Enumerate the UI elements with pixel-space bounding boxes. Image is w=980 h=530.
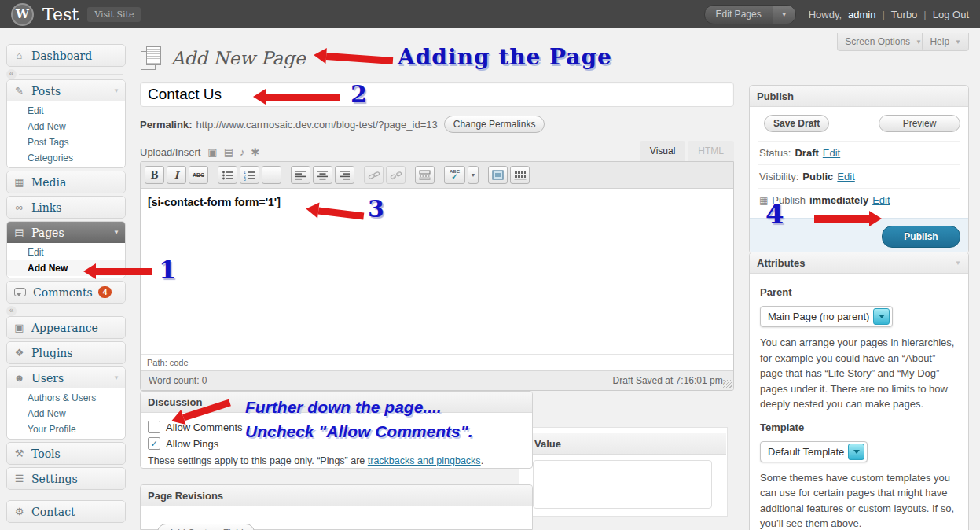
attributes-title: Attributes — [757, 257, 805, 269]
chevron-down-icon[interactable]: ▼ — [113, 87, 119, 94]
chevron-down-icon: ▼ — [955, 39, 961, 46]
edit-schedule-link[interactable]: Edit — [872, 194, 890, 206]
turbo-link[interactable]: Turbo — [891, 9, 917, 20]
select-dropdown-icon[interactable] — [848, 444, 864, 460]
page-revisions-title: Page Revisions — [148, 490, 223, 502]
template-label: Template — [760, 421, 958, 433]
bold-button[interactable]: B — [145, 166, 164, 184]
site-name[interactable]: Test — [42, 5, 79, 24]
sidebar-subitem-categories[interactable]: Categories — [7, 150, 125, 166]
strikethrough-button[interactable]: ABC — [189, 166, 208, 184]
chevron-down-icon[interactable]: ▼ — [113, 374, 119, 381]
attributes-header[interactable]: Attributes ▼ — [750, 252, 968, 274]
select-dropdown-icon[interactable] — [873, 308, 890, 325]
media-buttons: ▣ ▤ ♪ ✱ — [207, 146, 259, 161]
sidebar-subitem-pages-edit[interactable]: Edit — [7, 245, 125, 260]
add-custom-field-button[interactable]: Add Custom Field — [157, 524, 255, 530]
unlink-button[interactable] — [386, 166, 406, 184]
add-media-icon[interactable]: ✱ — [251, 146, 259, 158]
blockquote-button[interactable] — [262, 166, 281, 184]
chevron-down-icon[interactable]: ▼ — [955, 259, 961, 267]
gear-icon: ⚙ — [13, 506, 26, 517]
admin-menu-sidebar: ⌂ Dashboard « ✎ Posts ▼ Edit Add New Pos… — [6, 44, 126, 525]
page-title-input[interactable] — [140, 82, 734, 107]
custom-field-value-textarea[interactable] — [533, 460, 712, 509]
italic-button[interactable]: I — [167, 166, 186, 184]
kitchen-sink-button[interactable] — [510, 166, 530, 184]
page-title: Add New Page — [171, 48, 306, 68]
schedule-row: ▦ Publish immediately Edit — [758, 188, 960, 212]
add-image-icon[interactable]: ▣ — [207, 146, 217, 158]
align-right-button[interactable] — [335, 166, 354, 184]
fullscreen-button[interactable] — [488, 166, 508, 184]
sidebar-item-users[interactable]: ☻ Users ▼ — [7, 367, 125, 388]
allow-comments-checkbox[interactable] — [148, 421, 160, 433]
add-video-icon[interactable]: ▤ — [224, 146, 233, 158]
permalink-label: Permalink: — [140, 119, 192, 131]
add-audio-icon[interactable]: ♪ — [240, 146, 245, 158]
parent-select[interactable]: Main Page (no parent) — [760, 306, 893, 327]
status-label: Status: — [759, 147, 791, 159]
preview-button[interactable]: Preview — [879, 115, 960, 132]
publish-button[interactable]: Publish — [882, 226, 960, 248]
more-tag-button[interactable] — [415, 166, 435, 184]
sidebar-subitem-your-profile[interactable]: Your Profile — [7, 421, 125, 437]
sidebar-item-tools[interactable]: ⚒ Tools — [6, 442, 126, 465]
editor-content-area[interactable]: [si-contact-form form='1'] — [141, 189, 733, 354]
allow-pings-checkbox[interactable]: ✓ — [148, 437, 160, 450]
logout-link[interactable]: Log Out — [933, 9, 969, 20]
editor-status-bar: Word count: 0 Draft Saved at 7:16:01 pm. — [141, 370, 733, 390]
pages-document-icon — [140, 46, 162, 71]
wordpress-logo-icon[interactable]: W — [11, 3, 34, 26]
visibility-value: Public — [802, 171, 833, 182]
numbered-list-button[interactable]: 123 — [240, 166, 259, 184]
sidebar-item-appearance[interactable]: ▣ Appearance — [6, 316, 126, 339]
help-tab[interactable]: Help ▼ — [922, 33, 969, 51]
allow-pings-label: Allow Pings — [166, 438, 218, 450]
spellcheck-button[interactable]: ABC✓ — [444, 166, 465, 184]
sidebar-item-posts[interactable]: ✎ Posts ▼ — [7, 80, 125, 101]
page-revisions-header[interactable]: Page Revisions — [141, 485, 532, 506]
sidebar-subitem-posts-edit[interactable]: Edit — [7, 103, 125, 119]
parent-select-value: Main Page (no parent) — [768, 311, 869, 322]
sidebar-item-settings[interactable]: ☰ Settings — [6, 467, 126, 490]
edit-status-link[interactable]: Edit — [823, 147, 840, 159]
tab-visual[interactable]: Visual — [640, 141, 685, 161]
publish-header[interactable]: Publish — [750, 86, 968, 107]
sidebar-item-comments[interactable]: Comments 4 — [6, 281, 126, 304]
sidebar-subitem-posts-add-new[interactable]: Add New — [7, 119, 125, 134]
visit-site-button[interactable]: Visit Site — [87, 7, 141, 22]
bullet-list-button[interactable] — [218, 166, 237, 184]
sidebar-item-contact[interactable]: ⚙ Contact — [6, 500, 126, 523]
collapse-menu-icon[interactable]: « — [6, 306, 17, 316]
spellcheck-dropdown-icon[interactable]: ▼ — [468, 166, 479, 184]
username-link[interactable]: admin — [848, 9, 875, 20]
resize-grip[interactable] — [723, 380, 732, 388]
sidebar-item-plugins[interactable]: ❖ Plugins — [6, 341, 126, 364]
align-left-button[interactable] — [291, 166, 310, 184]
sidebar-item-pages[interactable]: ▤ Pages ▼ — [7, 222, 125, 243]
favorites-menu-dropdown[interactable]: Edit Pages ▼ — [704, 5, 796, 24]
tab-html[interactable]: HTML — [688, 141, 734, 161]
save-draft-button[interactable]: Save Draft — [764, 115, 829, 132]
sidebar-subitem-users-add-new[interactable]: Add New — [7, 406, 125, 421]
chevron-down-icon[interactable]: ▼ — [773, 6, 795, 24]
sidebar-item-links[interactable]: ∞ Links — [6, 196, 126, 219]
template-select[interactable]: Default Template — [760, 441, 868, 462]
posts-submenu: Edit Add New Post Tags Categories — [7, 101, 125, 167]
insert-link-button[interactable] — [364, 166, 384, 184]
collapse-menu-icon[interactable]: « — [6, 69, 17, 79]
sidebar-item-media[interactable]: ▦ Media — [6, 171, 126, 193]
howdy-text: Howdy, — [809, 9, 842, 20]
change-permalinks-button[interactable]: Change Permalinks — [444, 116, 545, 133]
edit-visibility-link[interactable]: Edit — [837, 171, 854, 182]
sidebar-item-dashboard[interactable]: ⌂ Dashboard — [6, 44, 126, 67]
align-center-button[interactable] — [313, 166, 332, 184]
wordpress-admin-screen: W Test Visit Site Edit Pages ▼ Howdy, ad… — [0, 0, 980, 530]
pages-icon: ▤ — [13, 226, 26, 238]
trackbacks-pingbacks-link[interactable]: trackbacks and pingbacks — [368, 455, 481, 466]
screen-options-tab[interactable]: Screen Options ▼ — [837, 33, 930, 51]
chevron-down-icon[interactable]: ▼ — [113, 229, 119, 236]
sidebar-subitem-authors-users[interactable]: Authors & Users — [7, 390, 125, 406]
sidebar-subitem-post-tags[interactable]: Post Tags — [7, 134, 125, 150]
